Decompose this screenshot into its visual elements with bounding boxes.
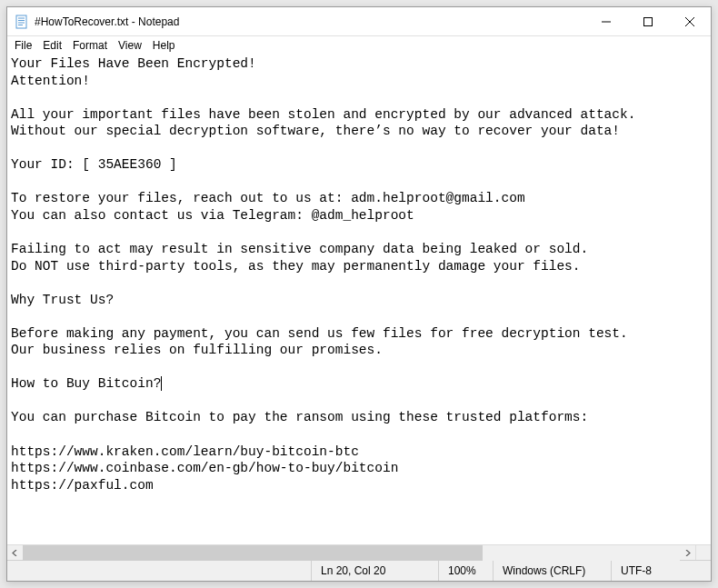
horizontal-scrollbar-row: [7, 544, 711, 560]
svg-rect-6: [644, 17, 653, 25]
scroll-track[interactable]: [23, 545, 680, 561]
scroll-corner: [695, 545, 711, 561]
status-bar: Ln 20, Col 20 100% Windows (CRLF) UTF-8: [7, 560, 711, 581]
close-button[interactable]: [669, 7, 711, 35]
notepad-window: #HowToRecover.txt - Notepad File Edit Fo…: [6, 6, 712, 582]
svg-rect-0: [16, 15, 26, 28]
menu-view[interactable]: View: [113, 38, 147, 53]
menu-help[interactable]: Help: [147, 38, 181, 53]
scroll-right-arrow-icon[interactable]: [680, 545, 695, 561]
status-encoding: UTF-8: [611, 561, 711, 581]
text-caret: [161, 376, 162, 391]
minimize-button[interactable]: [585, 7, 627, 35]
scroll-thumb[interactable]: [23, 545, 483, 561]
maximize-button[interactable]: [627, 7, 669, 35]
menu-edit[interactable]: Edit: [37, 38, 67, 53]
window-title: #HowToRecover.txt - Notepad: [35, 15, 585, 28]
status-line-ending: Windows (CRLF): [493, 561, 611, 581]
window-controls: [585, 7, 711, 35]
notepad-app-icon: [15, 15, 29, 29]
menu-format[interactable]: Format: [67, 38, 113, 53]
scroll-left-arrow-icon[interactable]: [7, 545, 23, 561]
text-editor-area[interactable]: Your Files Have Been Encrypted! Attentio…: [7, 55, 711, 544]
status-cursor-position: Ln 20, Col 20: [311, 561, 438, 581]
menu-file[interactable]: File: [9, 38, 37, 53]
title-bar[interactable]: #HowToRecover.txt - Notepad: [7, 7, 711, 36]
horizontal-scrollbar[interactable]: [7, 545, 695, 560]
status-zoom: 100%: [438, 561, 493, 581]
menu-bar: File Edit Format View Help: [7, 36, 711, 55]
